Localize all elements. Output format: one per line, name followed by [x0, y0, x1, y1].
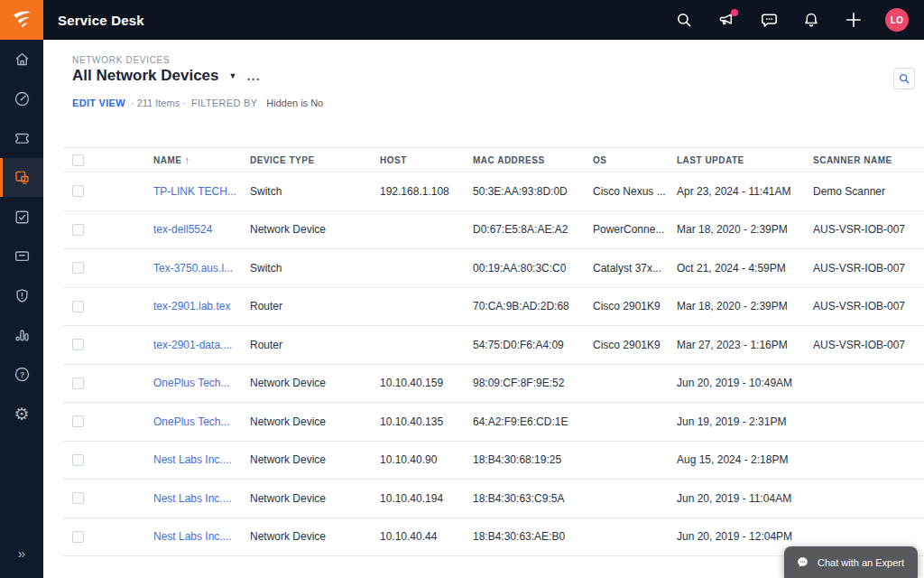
chat-bubble-icon: [796, 555, 809, 569]
cell-name: Nest Labs Inc....: [153, 530, 250, 543]
device-name-link[interactable]: Tex-3750.aus.l...: [153, 262, 233, 275]
svg-text:?: ?: [19, 370, 24, 379]
row-checkbox-cell: [63, 262, 153, 274]
cell-host: 192.168.1.108: [380, 185, 473, 198]
row-checkbox[interactable]: [72, 224, 84, 236]
row-checkbox-cell: [63, 224, 153, 236]
row-checkbox[interactable]: [72, 492, 84, 504]
help-icon: ?: [13, 365, 32, 384]
cell-name: OnePlus Tech...: [153, 377, 250, 389]
sidebar-item-dashboard[interactable]: [0, 79, 43, 119]
column-header-mac-address[interactable]: MAC ADDRESS: [473, 155, 593, 165]
row-checkbox[interactable]: [72, 185, 84, 197]
cell-device-type: Network Device: [250, 492, 380, 505]
table-body: TP-LINK TECH... Switch 192.168.1.108 50:…: [63, 172, 924, 556]
app-title: Service Desk: [58, 13, 144, 28]
table-row[interactable]: Tex-3750.aus.l... Switch 00:19:AA:80:3C:…: [63, 249, 924, 288]
cell-device-type: Network Device: [250, 223, 380, 236]
table-row[interactable]: tex-2901.lab.tex Router 70:CA:9B:AD:2D:6…: [63, 288, 924, 327]
title-dropdown-caret-icon[interactable]: ▼: [229, 71, 237, 80]
cell-name: Tex-3750.aus.l...: [153, 262, 250, 275]
device-name-link[interactable]: Nest Labs Inc....: [153, 453, 232, 466]
sidebar-expand-chevrons-icon[interactable]: »: [0, 535, 43, 571]
create-plus-icon[interactable]: [843, 9, 864, 31]
sidebar-item-help[interactable]: ?: [0, 355, 43, 395]
cell-name: tex-2901-data....: [153, 339, 250, 351]
cell-name: tex-dell5524: [153, 223, 250, 236]
sidebar-item-reports[interactable]: [0, 315, 43, 355]
column-header-device-type[interactable]: DEVICE TYPE: [250, 155, 380, 165]
table-search-button[interactable]: [893, 68, 915, 89]
cell-mac-address: 18:B4:30:63:AE:B0: [473, 530, 593, 543]
cell-os: PowerConne...: [593, 223, 677, 236]
cell-last-update: Mar 27, 2023 - 1:16PM: [677, 339, 813, 351]
sidebar-item-devices[interactable]: [0, 158, 43, 198]
row-checkbox[interactable]: [72, 454, 84, 466]
row-checkbox[interactable]: [72, 531, 84, 543]
column-header-last-update[interactable]: LAST UPDATE: [677, 155, 813, 165]
devices-table: NAME↑ DEVICE TYPE HOST MAC ADDRESS OS LA…: [63, 147, 924, 556]
user-avatar[interactable]: LO: [885, 8, 909, 32]
column-header-scanner-name[interactable]: SCANNER NAME: [813, 155, 924, 165]
table-row[interactable]: TP-LINK TECH... Switch 192.168.1.108 50:…: [63, 172, 924, 211]
cell-mac-address: 18:B4:30:68:19:25: [473, 453, 593, 466]
table-row[interactable]: OnePlus Tech... Network Device 10.10.40.…: [63, 403, 924, 442]
row-checkbox-cell: [63, 301, 153, 312]
table-row[interactable]: Nest Labs Inc.... Network Device 10.10.4…: [63, 442, 924, 480]
edit-view-link[interactable]: EDIT VIEW: [72, 98, 125, 108]
row-checkbox[interactable]: [72, 378, 84, 389]
row-checkbox[interactable]: [72, 415, 84, 427]
row-checkbox[interactable]: [72, 301, 84, 312]
solarwinds-logo[interactable]: [0, 0, 43, 40]
device-name-link[interactable]: TP-LINK TECH...: [153, 185, 236, 198]
row-checkbox[interactable]: [72, 262, 84, 274]
row-checkbox-cell: [63, 415, 153, 427]
column-header-name[interactable]: NAME↑: [153, 154, 250, 165]
device-name-link[interactable]: tex-dell5524: [153, 223, 212, 236]
cell-mac-address: 00:19:AA:80:3C:C0: [473, 262, 593, 275]
device-name-link[interactable]: OnePlus Tech...: [153, 377, 230, 389]
device-name-link[interactable]: Nest Labs Inc....: [153, 530, 232, 543]
filter-value[interactable]: Hidden is No: [266, 98, 323, 108]
table-row[interactable]: tex-dell5524 Network Device D0:67:E5:8A:…: [63, 211, 924, 250]
row-checkbox-cell: [63, 454, 153, 466]
device-name-link[interactable]: Nest Labs Inc....: [153, 492, 232, 505]
sidebar-item-tasks[interactable]: [0, 197, 43, 237]
cell-os: Cisco 2901K9: [593, 300, 677, 312]
row-checkbox[interactable]: [72, 339, 84, 350]
solarwinds-swirl-icon: [6, 5, 37, 34]
search-icon[interactable]: [673, 9, 695, 31]
device-name-link[interactable]: tex-2901.lab.tex: [153, 300, 230, 312]
announcements-badge-dot: [731, 9, 738, 16]
sidebar-item-risks[interactable]: [0, 276, 43, 316]
sidebar-item-tickets[interactable]: [0, 118, 43, 158]
chat-with-expert-button[interactable]: Chat with an Expert: [784, 546, 918, 578]
table-row[interactable]: OnePlus Tech... Network Device 10.10.40.…: [63, 365, 924, 404]
more-options-button[interactable]: ...: [246, 71, 261, 80]
device-name-link[interactable]: OnePlus Tech...: [153, 415, 230, 428]
sidebar-item-setup[interactable]: ⚙: [0, 394, 43, 434]
cell-scanner-name: AUS-VSR-IOB-007: [813, 300, 924, 312]
chat-bubble-icon[interactable]: [758, 9, 780, 31]
column-header-host[interactable]: HOST: [380, 155, 473, 165]
cell-name: Nest Labs Inc....: [153, 453, 250, 466]
main-content: NETWORK DEVICES All Network Devices ▼ ..…: [43, 40, 924, 578]
announcements-icon[interactable]: [716, 9, 737, 31]
row-checkbox-cell: [63, 339, 153, 350]
cell-mac-address: 18:B4:30:63:C9:5A: [473, 492, 593, 505]
cell-last-update: Jun 19, 2019 - 2:31PM: [677, 415, 813, 428]
sidebar-item-contracts[interactable]: [0, 237, 43, 276]
cell-mac-address: 98:09:CF:8F:9E:52: [473, 377, 593, 389]
header-checkbox-cell: [63, 154, 153, 166]
select-all-checkbox[interactable]: [72, 154, 84, 166]
table-row[interactable]: tex-2901-data.... Router 54:75:D0:F6:A4:…: [63, 326, 924, 365]
device-name-link[interactable]: tex-2901-data....: [153, 339, 232, 351]
ticket-icon: [13, 128, 32, 147]
cell-device-type: Network Device: [250, 530, 380, 543]
column-header-os[interactable]: OS: [593, 155, 677, 165]
view-meta-row: EDIT VIEW · 211 Items · FILTERED BY Hidd…: [72, 98, 323, 108]
filtered-by-label: FILTERED BY: [191, 98, 257, 108]
table-row[interactable]: Nest Labs Inc.... Network Device 10.10.4…: [63, 480, 924, 518]
sidebar-item-home[interactable]: [0, 40, 43, 79]
notifications-bell-icon[interactable]: [800, 9, 822, 31]
